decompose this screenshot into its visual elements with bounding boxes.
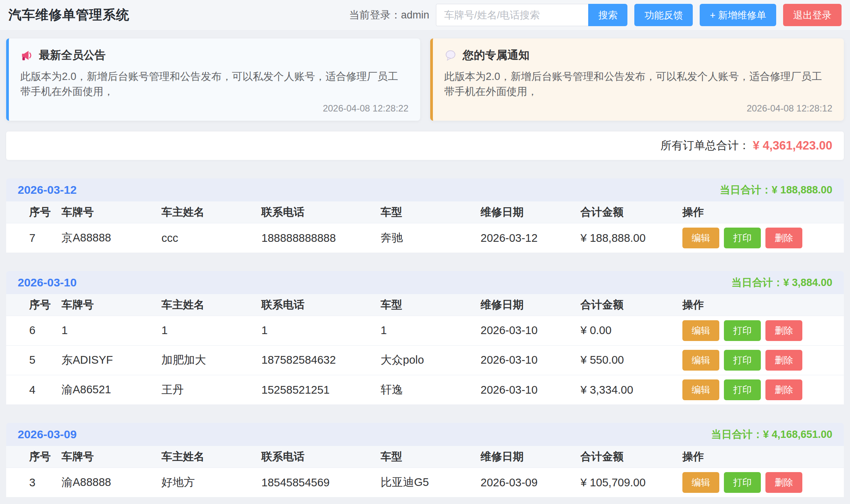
cell-date: 2026-03-10 (474, 316, 574, 345)
cell-owner: ccc (155, 223, 255, 253)
delete-button[interactable]: 删除 (765, 379, 802, 400)
personal-notice-body: 此版本为2.0，新增后台账号管理和公告发布，可以私发个人账号，适合修理厂员工带手… (444, 69, 833, 99)
cell-date: 2026-03-10 (474, 375, 574, 404)
day-section: 2026-03-10 当日合计：¥ 3,884.00 序号车牌号车主姓名联系电话… (6, 271, 844, 404)
cell-no: 4 (6, 375, 55, 404)
day-total-amount: ¥ 4,168,651.00 (763, 429, 832, 440)
print-button[interactable]: 打印 (724, 350, 761, 371)
column-header: 操作 (676, 446, 844, 467)
cell-plate: 京A88888 (55, 223, 155, 253)
orders-table: 序号车牌号车主姓名联系电话车型维修日期合计金额操作 3渝A88888好地方185… (6, 446, 844, 497)
cell-phone: 187582584632 (255, 345, 374, 375)
day-section: 2026-03-09 当日合计：¥ 4,168,651.00 序号车牌号车主姓名… (6, 423, 844, 497)
cell-no: 5 (6, 345, 55, 375)
page-title: 汽车维修单管理系统 (8, 6, 130, 24)
edit-button[interactable]: 编辑 (682, 472, 719, 493)
delete-button[interactable]: 删除 (765, 472, 802, 493)
print-button[interactable]: 打印 (724, 228, 761, 248)
table-row: 5东ADISYF加肥加大187582584632大众polo2026-03-10… (6, 345, 844, 375)
column-header: 操作 (676, 201, 844, 223)
column-header: 联系电话 (255, 446, 374, 467)
search-input[interactable] (436, 4, 588, 26)
personal-notice-title: 您的专属通知 (463, 48, 530, 63)
add-repair-order-button[interactable]: + 新增维修单 (700, 4, 776, 26)
personal-notice-card: 您的专属通知 此版本为2.0，新增后台账号管理和公告发布，可以私发个人账号，适合… (430, 38, 844, 121)
login-user: admin (401, 9, 429, 21)
column-header: 维修日期 (474, 446, 574, 467)
cell-owner: 王丹 (155, 375, 255, 404)
edit-button[interactable]: 编辑 (682, 320, 719, 341)
edit-button[interactable]: 编辑 (682, 379, 719, 400)
table-header-row: 序号车牌号车主姓名联系电话车型维修日期合计金额操作 (6, 294, 844, 316)
column-header: 合计金额 (574, 294, 676, 316)
delete-button[interactable]: 删除 (765, 228, 802, 248)
table-body: 3渝A88888好地方18545854569比亚迪G52026-03-09¥ 1… (6, 467, 844, 497)
cell-model: 比亚迪G5 (374, 467, 474, 497)
cell-model: 轩逸 (374, 375, 474, 404)
login-label: 当前登录： (349, 9, 401, 21)
column-header: 车主姓名 (155, 294, 255, 316)
column-header: 操作 (676, 294, 844, 316)
table-row: 3渝A88888好地方18545854569比亚迪G52026-03-09¥ 1… (6, 467, 844, 497)
cell-amount: ¥ 188,888.00 (574, 223, 676, 253)
grand-total-bar: 所有订单总合计： ¥ 4,361,423.00 (6, 131, 844, 160)
print-button[interactable]: 打印 (724, 320, 761, 341)
cell-amount: ¥ 0.00 (574, 316, 676, 345)
edit-button[interactable]: 编辑 (682, 350, 719, 371)
grand-total-amount: ¥ 4,361,423.00 (753, 139, 832, 153)
day-total-label: 当日合计： (711, 429, 763, 440)
cell-model: 奔驰 (374, 223, 474, 253)
announcement-timestamp: 2026-04-08 12:28:22 (20, 103, 409, 114)
day-total: 当日合计：¥ 4,168,651.00 (711, 427, 832, 441)
table-row: 7京A88888ccc188888888888奔驰2026-03-12¥ 188… (6, 223, 844, 253)
search-button[interactable]: 搜索 (588, 4, 627, 26)
day-date: 2026-03-09 (18, 428, 77, 441)
delete-button[interactable]: 删除 (765, 320, 802, 341)
column-header: 车型 (374, 294, 474, 316)
day-total-label: 当日合计： (731, 277, 783, 288)
day-section: 2026-03-12 当日合计：¥ 188,888.00 序号车牌号车主姓名联系… (6, 178, 844, 253)
topbar-right: 当前登录：admin 搜索 功能反馈 + 新增维修单 退出登录 (349, 4, 842, 26)
notice-area: 最新全员公告 此版本为2.0，新增后台账号管理和公告发布，可以私发个人账号，适合… (0, 30, 850, 121)
personal-notice-timestamp: 2026-04-08 12:28:12 (444, 103, 833, 114)
cell-plate: 渝A88888 (55, 467, 155, 497)
topbar: 汽车维修单管理系统 当前登录：admin 搜索 功能反馈 + 新增维修单 退出登… (0, 0, 850, 30)
day-total-label: 当日合计： (720, 184, 772, 196)
column-header: 联系电话 (255, 294, 374, 316)
table-row: 4渝A86521王丹15258521251轩逸2026-03-10¥ 3,334… (6, 375, 844, 404)
column-header: 车主姓名 (155, 201, 255, 223)
logout-button[interactable]: 退出登录 (783, 4, 842, 26)
announcement-card: 最新全员公告 此版本为2.0，新增后台账号管理和公告发布，可以私发个人账号，适合… (6, 38, 420, 121)
orders-table: 序号车牌号车主姓名联系电话车型维修日期合计金额操作 611112026-03-1… (6, 294, 844, 404)
sections: 2026-03-12 当日合计：¥ 188,888.00 序号车牌号车主姓名联系… (0, 178, 850, 497)
column-header: 序号 (6, 446, 55, 467)
cell-owner: 1 (155, 316, 255, 345)
search-group: 搜索 (436, 4, 627, 26)
cell-owner: 好地方 (155, 467, 255, 497)
cell-no: 6 (6, 316, 55, 345)
column-header: 车主姓名 (155, 446, 255, 467)
cell-plate: 渝A86521 (55, 375, 155, 404)
table-header-row: 序号车牌号车主姓名联系电话车型维修日期合计金额操作 (6, 446, 844, 467)
column-header: 合计金额 (574, 201, 676, 223)
announcement-title: 最新全员公告 (39, 48, 106, 63)
cell-phone: 1 (255, 316, 374, 345)
cell-actions: 编辑打印删除 (676, 375, 844, 404)
megaphone-icon (20, 49, 33, 62)
delete-button[interactable]: 删除 (765, 350, 802, 371)
table-body: 611112026-03-10¥ 0.00编辑打印删除5东ADISYF加肥加大1… (6, 316, 844, 404)
cell-plate: 1 (55, 316, 155, 345)
column-header: 车牌号 (55, 201, 155, 223)
column-header: 联系电话 (255, 201, 374, 223)
cell-phone: 188888888888 (255, 223, 374, 253)
column-header: 维修日期 (474, 201, 574, 223)
day-header: 2026-03-10 当日合计：¥ 3,884.00 (6, 271, 844, 294)
day-total: 当日合计：¥ 3,884.00 (731, 276, 832, 289)
print-button[interactable]: 打印 (724, 379, 761, 400)
print-button[interactable]: 打印 (724, 472, 761, 493)
grand-total-label: 所有订单总合计： (660, 138, 750, 153)
feedback-button[interactable]: 功能反馈 (634, 4, 693, 26)
edit-button[interactable]: 编辑 (682, 228, 719, 248)
day-header: 2026-03-12 当日合计：¥ 188,888.00 (6, 178, 844, 201)
column-header: 车型 (374, 446, 474, 467)
